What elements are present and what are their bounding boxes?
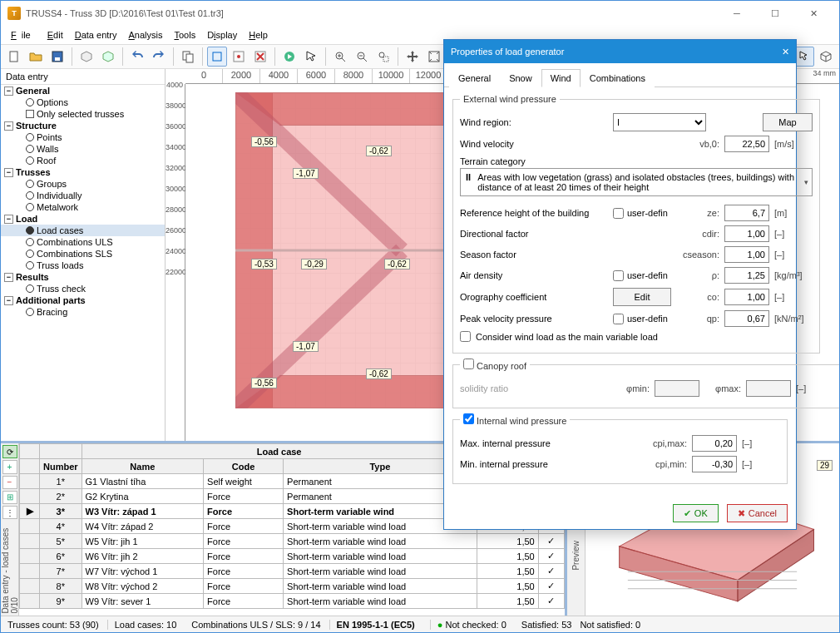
zoom-window-icon[interactable] (373, 47, 393, 67)
window-title: TRUSS4 - Truss 3D [D:\2016\Test 01\Test … (26, 8, 718, 18)
open-file-icon[interactable] (26, 47, 46, 67)
tree-group[interactable]: −Structure (1, 120, 165, 131)
refresh-icon[interactable]: ⟳ (2, 445, 17, 458)
add-multi-icon[interactable]: ⊞ (2, 491, 17, 504)
svg-rect-5 (213, 52, 221, 61)
dialog-tab[interactable]: Wind (541, 69, 581, 87)
run-icon[interactable] (279, 47, 299, 67)
tree-group[interactable]: −Trusses (1, 166, 165, 178)
orography-edit-button[interactable]: Edit (613, 288, 671, 306)
peak-userdef-check[interactable] (613, 314, 624, 324)
sidebar-title: Data entry (1, 69, 165, 85)
ruler-unit: 34 mm (813, 69, 836, 77)
wind-velocity-input[interactable] (724, 136, 769, 152)
cube-left-icon[interactable] (77, 47, 96, 67)
peak-pressure-input[interactable] (724, 310, 769, 327)
internal-wind-check[interactable] (463, 413, 474, 424)
ext-wind-legend: External wind pressure (460, 94, 560, 104)
consider-main-check[interactable] (460, 331, 471, 342)
dialog-close-icon[interactable]: ✕ (782, 47, 789, 57)
pan-icon[interactable] (403, 47, 422, 67)
table-toolbar: ⟳ + − ⊞ ⋮ Data entry - load cases 0/10 (1, 443, 19, 616)
zoom-in-icon[interactable] (330, 47, 350, 67)
table-row[interactable]: 7*W7 Vítr: východ 1ForceShort-term varia… (20, 564, 565, 579)
select-mode-icon[interactable] (207, 47, 227, 67)
map-button[interactable]: Map (763, 113, 813, 131)
tree-item[interactable]: Load cases (1, 225, 165, 236)
menu-display[interactable]: Display (202, 28, 242, 42)
isometric-icon[interactable] (816, 47, 836, 67)
pointer-icon[interactable] (301, 47, 321, 67)
wind-region-label: Wind region: (460, 117, 608, 127)
cursor-snap-icon[interactable] (794, 47, 814, 67)
dialog-tab[interactable]: General (449, 69, 500, 87)
close-button[interactable]: ✕ (794, 1, 833, 26)
table-row[interactable]: 6*W6 Vítr: jih 2ForceShort-term variable… (20, 549, 565, 564)
air-userdef-check[interactable] (613, 270, 624, 281)
remove-row-icon[interactable]: − (2, 476, 17, 489)
menu-analysis[interactable]: Analysis (123, 28, 167, 42)
fit-icon[interactable] (424, 47, 444, 67)
tree-item[interactable]: Truss loads (1, 260, 165, 271)
load-value-label: -1,07 (293, 341, 319, 352)
check-ok-icon: ● (437, 620, 443, 630)
load-value-label: -0,62 (384, 259, 410, 270)
menu-file[interactable]: File (6, 28, 41, 42)
tree-item[interactable]: Truss check (1, 283, 165, 294)
cpi-min-input[interactable] (692, 456, 737, 472)
tree-group[interactable]: −Load (1, 213, 165, 225)
tree-item[interactable]: Walls (1, 143, 165, 155)
table-row[interactable]: 9*W9 Vítr: sever 1ForceShort-term variab… (20, 594, 565, 609)
tree-item[interactable]: Metalwork (1, 201, 165, 213)
tree-item[interactable]: Groups (1, 178, 165, 190)
delete-mode-icon[interactable] (250, 47, 270, 67)
minimize-button[interactable]: ─ (718, 1, 756, 26)
tree-item[interactable]: Bracing (1, 306, 165, 318)
ref-h-userdef-check[interactable] (613, 208, 624, 219)
add-row-icon[interactable]: + (2, 460, 17, 473)
dir-factor-input[interactable] (724, 225, 769, 242)
copy-icon[interactable] (178, 47, 198, 67)
ref-height-input[interactable] (724, 205, 769, 221)
ok-button[interactable]: ✔ OK (673, 504, 719, 522)
save-icon[interactable] (47, 47, 67, 67)
menu-edit[interactable]: Edit (42, 28, 68, 42)
row-menu-icon[interactable]: ⋮ (2, 506, 17, 519)
tree-item[interactable]: Roof (1, 155, 165, 166)
menu-tools[interactable]: Tools (169, 28, 200, 42)
tree-group[interactable]: −Results (1, 271, 165, 283)
season-factor-input[interactable] (724, 246, 769, 263)
tree-item[interactable]: Options (1, 96, 165, 108)
table-row[interactable]: 5*W5 Vítr: jih 1ForceShort-term variable… (20, 534, 565, 549)
new-file-icon[interactable] (4, 47, 24, 67)
tree-item[interactable]: Combinations SLS (1, 248, 165, 260)
tree-group[interactable]: −Additional parts (1, 294, 165, 306)
point-mode-icon[interactable] (229, 47, 249, 67)
load-generator-dialog: Properties of load generator ✕ GeneralSn… (443, 39, 797, 530)
canopy-check[interactable] (463, 359, 474, 369)
terrain-category-select[interactable]: II Areas with low vegetation (grass) and… (460, 168, 813, 196)
undo-icon[interactable] (127, 47, 147, 67)
cancel-button[interactable]: ✖ Cancel (727, 504, 788, 522)
phi-max-input (746, 380, 791, 397)
tree-item[interactable]: Individually (1, 190, 165, 201)
table-row[interactable]: 8*W8 Vítr: východ 2ForceShort-term varia… (20, 579, 565, 594)
status-loadcases: Load cases: 10 (107, 620, 184, 630)
tree-item[interactable]: Combinations ULS (1, 236, 165, 248)
air-density-input[interactable] (724, 267, 769, 284)
wind-region-select[interactable]: I (613, 113, 706, 131)
tree-group[interactable]: −General (1, 85, 165, 96)
zoom-out-icon[interactable] (352, 47, 372, 67)
cube-right-icon[interactable] (98, 47, 118, 67)
menu-data-entry[interactable]: Data entry (70, 28, 122, 42)
dialog-tab[interactable]: Combinations (581, 69, 655, 87)
tree-item[interactable]: Points (1, 131, 165, 143)
tree-item[interactable]: Only selected trusses (1, 108, 165, 120)
dialog-tab[interactable]: Snow (500, 69, 541, 87)
menu-help[interactable]: Help (244, 28, 273, 42)
redo-icon[interactable] (149, 47, 169, 67)
maximize-button[interactable]: ☐ (756, 1, 794, 26)
cpi-max-input[interactable] (692, 435, 737, 452)
load-value-label: -0,53 (251, 259, 277, 270)
orography-input[interactable] (724, 289, 769, 305)
